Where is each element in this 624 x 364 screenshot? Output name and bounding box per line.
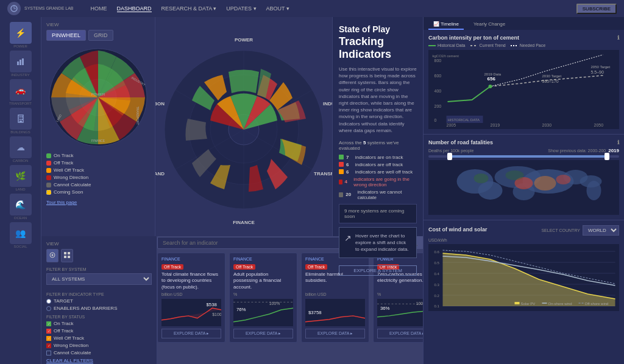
sidebar-item-social[interactable]: 👥 SOCIAL xyxy=(10,222,32,248)
radio-enablers[interactable] xyxy=(46,306,51,311)
legend-on-track: On Track xyxy=(46,153,150,158)
card-1-explore[interactable]: EXPLORE DATA ▸ xyxy=(233,329,293,338)
carbon-chart-legend: Historical Data Current Trend Needed Pac… xyxy=(428,43,619,47)
svg-text:2050: 2050 xyxy=(594,123,604,127)
industry-label: INDUSTRY xyxy=(11,73,30,77)
view-label: VIEW xyxy=(46,22,150,27)
sidebar-item-ocean[interactable]: 🌊 OCEAN xyxy=(10,194,32,220)
svg-text:0.5: 0.5 xyxy=(434,261,440,265)
main-container: ⚡ POWER INDUSTRY 🚗 TRANSPORT xyxy=(0,17,624,364)
legend-section: On Track Off Track Well Off Track Wrong … xyxy=(46,153,150,195)
nav-dashboard[interactable]: DASHBOARD xyxy=(117,5,152,12)
svg-rect-8 xyxy=(21,119,23,120)
card-0-explore[interactable]: EXPLORE DATA ▸ xyxy=(161,329,221,338)
card-2-explore[interactable]: EXPLORE DATA ▸ xyxy=(305,329,365,338)
svg-text:2019: 2019 xyxy=(491,123,500,127)
svg-point-70 xyxy=(478,181,503,200)
filter-grid-btn[interactable] xyxy=(61,249,73,262)
filter-pinwheel-btn[interactable] xyxy=(46,249,58,262)
explore-system-btn[interactable]: EXPLORE A SYSTEM xyxy=(339,265,417,276)
filter-radio-target[interactable]: TARGET xyxy=(46,298,152,304)
stat-cannot-calc: 20 indicators we cannot calculate xyxy=(339,189,417,200)
stat-well-off-track: 6 indicators are well off track xyxy=(339,169,417,175)
check-off-track[interactable]: ✓ xyxy=(46,329,51,334)
nav-home[interactable]: HOME xyxy=(91,5,107,12)
fatalities-info-icon[interactable]: ℹ xyxy=(617,139,619,145)
stat-dot-orange xyxy=(339,169,344,174)
svg-rect-95 xyxy=(515,302,520,304)
buildings-icon[interactable] xyxy=(10,108,32,130)
svg-text:POWER: POWER xyxy=(235,37,253,43)
land-icon[interactable]: 🌿 xyxy=(10,165,32,187)
systems-text: systems we've evaluated xyxy=(339,140,399,151)
filter-check-off-track[interactable]: ✓ Off Track xyxy=(46,328,152,334)
filter-check-on-track[interactable]: ✓ On Track xyxy=(46,321,152,326)
sidebar-item-carbon[interactable]: ☁ CARBON xyxy=(10,136,32,163)
sidebar-item-buildings[interactable]: BUILDINGS xyxy=(10,108,32,134)
svg-text:5.5–90: 5.5–90 xyxy=(591,70,604,74)
svg-text:400: 400 xyxy=(434,89,442,93)
radial-chart-area[interactable]: POWER INDUSTRY TRANSPORT FINANCE LAND CA… xyxy=(155,17,332,236)
svg-text:$3758: $3758 xyxy=(308,310,322,315)
country-select[interactable]: WORLD xyxy=(583,225,619,236)
svg-text:HISTORICAL DATA: HISTORICAL DATA xyxy=(448,118,480,122)
card-0-status: Off Track xyxy=(161,264,183,270)
filter-type-group: TARGET ENABLERS AND BARRIERS xyxy=(46,298,152,311)
sidebar-item-land[interactable]: 🌿 LAND xyxy=(10,165,32,191)
tab-yearly-change[interactable]: Yearly Change xyxy=(469,19,510,30)
svg-rect-7 xyxy=(20,119,21,120)
left-sidebar: ⚡ POWER INDUSTRY 🚗 TRANSPORT xyxy=(0,17,41,364)
card-0-unit: billion USD xyxy=(161,292,221,296)
svg-text:100%: 100% xyxy=(269,301,280,306)
svg-text:2019 Data: 2019 Data xyxy=(484,72,502,76)
hero-title-line1: State of Play xyxy=(339,24,417,34)
clear-filters-link[interactable]: CLEAR ALL FILTERS xyxy=(46,358,152,363)
svg-text:FINANCE: FINANCE xyxy=(233,220,255,225)
systems-count: 5 xyxy=(363,140,366,145)
filter-check-well-off-track[interactable]: ✓ Well Off Track xyxy=(46,335,152,341)
ocean-icon[interactable]: 🌊 xyxy=(10,194,32,215)
filter-check-cannot-calc[interactable]: Cannot Calculate xyxy=(46,350,152,355)
pinwheel-view-btn[interactable]: PINWHEEL xyxy=(46,30,86,41)
industry-icon[interactable] xyxy=(10,51,32,72)
nav-updates[interactable]: UPDATES xyxy=(226,5,256,12)
tour-link[interactable]: Tour this page xyxy=(46,200,150,205)
nav-research[interactable]: RESEARCH & DATA xyxy=(161,5,217,12)
grid-view-btn[interactable]: GRID xyxy=(88,30,113,41)
check-cannot-calc[interactable] xyxy=(46,351,51,355)
card-3-explore[interactable]: EXPLORE DATA ▸ xyxy=(377,329,423,338)
check-wrong-dir[interactable]: ✓ xyxy=(46,343,51,348)
svg-rect-6 xyxy=(21,116,23,117)
carbon-icon[interactable]: ☁ xyxy=(10,136,32,158)
sidebar-item-power[interactable]: ⚡ POWER xyxy=(10,22,32,48)
transport-icon[interactable]: 🚗 xyxy=(10,79,32,101)
social-icon[interactable]: 👥 xyxy=(10,222,32,244)
svg-text:100%: 100% xyxy=(416,301,423,306)
check-on-track[interactable]: ✓ xyxy=(46,321,51,326)
subscribe-button[interactable]: SUBSCRIBE xyxy=(576,4,617,14)
radio-target[interactable] xyxy=(46,299,51,304)
check-well-off[interactable]: ✓ xyxy=(46,336,51,341)
logo-icon xyxy=(7,2,21,15)
svg-text:kgCO2/t cement: kgCO2/t cement xyxy=(433,54,459,58)
filter-system-select[interactable]: ALL SYSTEMS xyxy=(46,273,152,285)
filter-check-wrong-dir[interactable]: ✓ Wrong Direction xyxy=(46,343,152,348)
filter-radio-enablers[interactable]: ENABLERS AND BARRIERS xyxy=(46,306,152,311)
svg-text:CARBON: CARBON xyxy=(155,101,165,107)
legend-well-off-track: Well Off Track xyxy=(46,167,150,173)
land-label: LAND xyxy=(15,187,25,191)
power-icon[interactable]: ⚡ xyxy=(10,22,32,44)
stats-row: 7 indicators are on track 6 indicators a… xyxy=(339,155,417,200)
svg-text:600: 600 xyxy=(434,74,442,78)
pinwheel-thumbnail: POWER INDUSTRY TRANSPORT FINANCE LAND xyxy=(46,46,150,149)
carbon-info-icon[interactable]: ℹ xyxy=(617,35,619,41)
tab-timeline[interactable]: 📈 Timeline xyxy=(428,19,464,30)
legend-trend: Current Trend xyxy=(470,43,506,47)
nav-about[interactable]: ABOUT xyxy=(266,5,289,12)
sidebar-item-industry[interactable]: INDUSTRY xyxy=(10,51,32,77)
svg-text:POWER: POWER xyxy=(91,93,105,96)
coming-soon-box: 9 more systems are coming soon xyxy=(339,204,417,223)
svg-text:0: 0 xyxy=(434,118,437,122)
fatalities-previous-label: Show previous data: 2000-200 xyxy=(548,149,606,153)
sidebar-item-transport[interactable]: 🚗 TRANSPORT xyxy=(9,79,32,105)
